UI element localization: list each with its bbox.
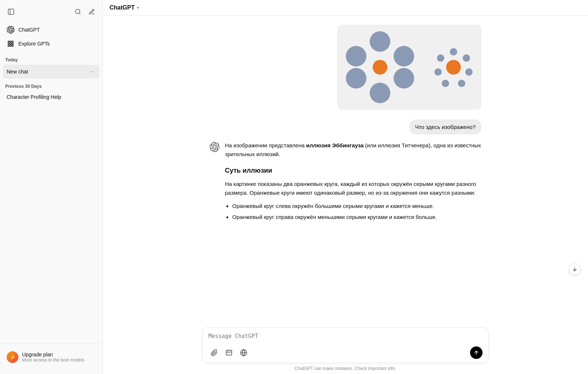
- svg-point-13: [370, 31, 390, 52]
- browse-web-button[interactable]: [238, 348, 250, 358]
- sidebar-chat-new-label: New chat: [7, 69, 28, 75]
- svg-point-7: [8, 43, 10, 44]
- svg-point-11: [10, 45, 11, 46]
- sidebar-chat-character[interactable]: Character Profiling Help: [3, 91, 100, 103]
- svg-point-24: [442, 80, 449, 87]
- user-text-bubble-wrap: Что здесь изображено?: [209, 116, 481, 134]
- header-title: ChatGPT: [110, 4, 135, 11]
- search-button[interactable]: [72, 6, 83, 17]
- sidebar-item-chatgpt-label: ChatGPT: [18, 27, 40, 33]
- upgrade-plan-item[interactable]: ⚡ Upgrade plan More access to the best m…: [3, 348, 100, 367]
- svg-point-8: [10, 43, 11, 44]
- svg-line-3: [79, 13, 80, 14]
- ebbinghaus-illusion-right: [431, 45, 476, 89]
- user-image-bubble-wrap: [209, 25, 481, 110]
- section-today-label: Today: [0, 52, 103, 65]
- svg-point-20: [450, 48, 457, 55]
- ai-bullet-1: Оранжевый круг слева окружён большими се…: [232, 202, 481, 211]
- sidebar-item-explore-label: Explore GPTs: [18, 41, 50, 47]
- upgrade-icon: ⚡: [7, 351, 18, 363]
- sidebar-chat-character-label: Character Profiling Help: [7, 94, 61, 100]
- svg-point-16: [370, 83, 390, 103]
- sidebar-item-chatgpt[interactable]: ChatGPT: [3, 23, 100, 37]
- svg-point-6: [12, 41, 13, 43]
- main-header: ChatGPT ▾: [103, 0, 588, 16]
- svg-point-2: [75, 9, 80, 14]
- svg-point-5: [10, 41, 11, 43]
- svg-point-21: [463, 54, 470, 62]
- svg-point-18: [346, 46, 366, 66]
- ai-para1: На картинке показаны два оранжевых круга…: [225, 180, 481, 197]
- svg-point-9: [12, 43, 13, 44]
- svg-point-22: [465, 68, 473, 76]
- toggle-sidebar-button[interactable]: [5, 6, 17, 18]
- chat-area: Что здесь изображено? На изображении пре…: [103, 16, 588, 323]
- ai-response-content: На изображении представлена иллюзия Эбби…: [225, 141, 481, 226]
- chat-item-menu-dots[interactable]: ···: [88, 68, 96, 76]
- chat-content: Что здесь изображено? На изображении пре…: [202, 25, 489, 235]
- scroll-down-button[interactable]: [569, 263, 581, 275]
- svg-point-26: [437, 54, 444, 62]
- svg-point-10: [8, 45, 10, 46]
- ai-section-title: Суть иллюзии: [225, 165, 481, 176]
- ai-response: На изображении представлена иллюзия Эбби…: [209, 141, 481, 226]
- ebbinghaus-illusion-left: [343, 30, 417, 104]
- svg-rect-0: [8, 9, 14, 15]
- upgrade-subtitle: More access to the best models: [22, 357, 84, 363]
- sidebar-top-bar: [0, 4, 103, 21]
- input-left-icons: [208, 348, 250, 358]
- upgrade-text: Upgrade plan More access to the best mod…: [22, 352, 84, 363]
- svg-point-17: [346, 68, 366, 89]
- section-previous-label: Previous 30 Days: [0, 79, 103, 91]
- sidebar-chat-new[interactable]: New chat ···: [3, 65, 100, 79]
- sidebar-bottom: ⚡ Upgrade plan More access to the best m…: [0, 344, 103, 370]
- disclaimer-text: ChatGPT can make mistakes. Check importa…: [295, 366, 396, 371]
- svg-point-15: [394, 68, 414, 89]
- svg-point-4: [8, 41, 10, 43]
- upgrade-title: Upgrade plan: [22, 352, 84, 357]
- ai-bullet-list: Оранжевый круг слева окружён большими се…: [225, 202, 481, 222]
- header-chevron-icon[interactable]: ▾: [137, 5, 139, 10]
- ai-intro-paragraph: На изображении представлена иллюзия Эбби…: [225, 141, 481, 159]
- svg-point-25: [434, 68, 442, 76]
- svg-point-12: [12, 45, 13, 46]
- send-button[interactable]: [470, 346, 483, 359]
- chat-wrapper: Что здесь изображено? На изображении пре…: [103, 16, 588, 323]
- input-area: ChatGPT can make mistakes. Check importa…: [103, 323, 588, 374]
- grid-icon: [7, 40, 15, 48]
- svg-point-23: [458, 80, 465, 87]
- tools-button[interactable]: [223, 348, 235, 358]
- svg-point-19: [373, 60, 387, 75]
- chatgpt-icon: [7, 26, 15, 34]
- input-box: [202, 327, 489, 363]
- user-image-bubble: [337, 25, 481, 110]
- svg-rect-29: [226, 350, 232, 355]
- svg-point-27: [446, 60, 461, 75]
- user-text-bubble: Что здесь изображено?: [409, 119, 481, 134]
- input-actions-bar: [208, 346, 483, 359]
- sidebar-nav: ChatGPT Explore GPTs: [0, 21, 103, 52]
- attach-file-button[interactable]: [208, 348, 220, 358]
- main-area: ChatGPT ▾: [103, 0, 588, 374]
- ai-bullet-2: Оранжевый круг справа окружён меньшими с…: [232, 213, 481, 222]
- new-chat-icon-button[interactable]: [86, 6, 97, 17]
- sidebar: ChatGPT Explore GPTs Today New chat: [0, 0, 103, 374]
- message-input[interactable]: [208, 333, 483, 342]
- ai-avatar-icon: [209, 142, 220, 152]
- sidebar-item-explore[interactable]: Explore GPTs: [3, 37, 100, 51]
- svg-point-14: [394, 46, 414, 66]
